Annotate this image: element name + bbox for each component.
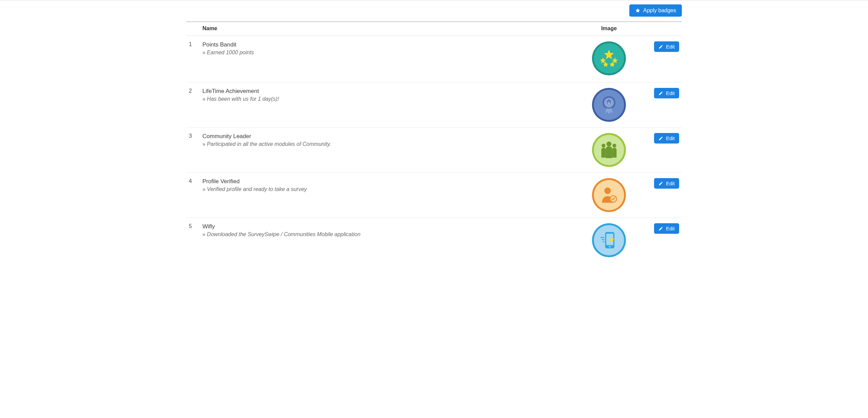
edit-label: Edit: [666, 90, 675, 96]
svg-marker-0: [604, 50, 614, 59]
row-number: 5: [186, 218, 200, 263]
table-row: 2LifeTime AchievementHas been with us fo…: [186, 82, 682, 128]
badge-title: Community Leader: [202, 132, 577, 140]
people-badge-icon: [592, 133, 626, 167]
badge-title: Wifly: [202, 223, 577, 230]
edit-icon: [658, 226, 663, 231]
row-name-cell: Profile VerifiedVerified profile and rea…: [200, 173, 580, 218]
badge-description: Participated in all the active modules o…: [202, 141, 577, 147]
row-name-cell: Points BanditEarned 1000 points: [200, 36, 580, 82]
edit-button[interactable]: Edit: [654, 41, 679, 52]
star-icon: [635, 8, 640, 13]
col-name-header: Name: [200, 22, 580, 36]
edit-button[interactable]: Edit: [654, 88, 679, 98]
badge-description: Downloaded the SurveySwipe / Communities…: [202, 231, 577, 238]
verified-user-badge-icon: [592, 178, 626, 212]
row-action-cell: Edit: [638, 82, 682, 128]
row-name-cell: LifeTime AchievementHas been with us for…: [200, 82, 580, 128]
edit-label: Edit: [666, 135, 675, 141]
badge-title: Points Bandit: [202, 41, 577, 48]
row-number: 3: [186, 128, 200, 173]
edit-icon: [658, 181, 663, 186]
svg-point-12: [604, 188, 611, 194]
col-image-header: Image: [580, 22, 638, 36]
svg-point-10: [612, 144, 616, 148]
edit-button[interactable]: Edit: [654, 133, 679, 144]
svg-marker-2: [612, 57, 618, 63]
svg-point-9: [601, 144, 605, 148]
svg-point-16: [609, 246, 611, 248]
badges-table: Name Image 1Points BanditEarned 1000 poi…: [186, 21, 682, 263]
ribbon-badge-icon: 1: [592, 88, 626, 122]
apply-badges-label: Apply badges: [643, 7, 676, 14]
col-num-header: [186, 22, 200, 36]
row-number: 2: [186, 82, 200, 128]
mobile-badge-icon: [592, 223, 626, 257]
col-action-header: [638, 22, 682, 36]
edit-icon: [658, 44, 663, 49]
table-header-row: Name Image: [186, 22, 682, 36]
row-action-cell: Edit: [638, 173, 682, 218]
row-image-cell: [580, 128, 638, 173]
badge-title: Profile Verified: [202, 177, 577, 185]
svg-marker-1: [600, 57, 606, 63]
row-name-cell: WiflyDownloaded the SurveySwipe / Commun…: [200, 218, 580, 263]
row-action-cell: Edit: [638, 128, 682, 173]
apply-badges-button[interactable]: Apply badges: [629, 4, 682, 17]
badge-description: Verified profile and ready to take a sur…: [202, 186, 577, 192]
table-row: 4Profile VerifiedVerified profile and re…: [186, 173, 682, 218]
edit-button[interactable]: Edit: [654, 223, 679, 234]
svg-point-11: [607, 141, 611, 146]
row-image-cell: [580, 173, 638, 218]
row-action-cell: Edit: [638, 36, 682, 82]
row-image-cell: [580, 36, 638, 82]
edit-icon: [658, 136, 663, 141]
edit-icon: [658, 91, 663, 96]
edit-button[interactable]: Edit: [654, 178, 679, 189]
edit-label: Edit: [666, 44, 675, 50]
edit-label: Edit: [666, 180, 675, 186]
row-number: 1: [186, 36, 200, 82]
top-divider: [0, 0, 868, 0]
row-image-cell: 1: [580, 82, 638, 128]
badge-description: Earned 1000 points: [202, 50, 577, 56]
badge-description: Has been with us for 1 day(s)!: [202, 96, 577, 102]
table-row: 1Points BanditEarned 1000 points Edit: [186, 36, 682, 82]
svg-text:1: 1: [608, 101, 610, 104]
actions-bar: Apply badges: [186, 2, 682, 21]
table-row: 5WiflyDownloaded the SurveySwipe / Commu…: [186, 218, 682, 263]
badge-title: LifeTime Achievement: [202, 87, 577, 95]
table-row: 3Community LeaderParticipated in all the…: [186, 128, 682, 173]
row-name-cell: Community LeaderParticipated in all the …: [200, 128, 580, 173]
row-action-cell: Edit: [638, 218, 682, 263]
stars-badge-icon: [592, 41, 626, 75]
row-number: 4: [186, 173, 200, 218]
row-image-cell: [580, 218, 638, 263]
edit-label: Edit: [666, 226, 675, 231]
